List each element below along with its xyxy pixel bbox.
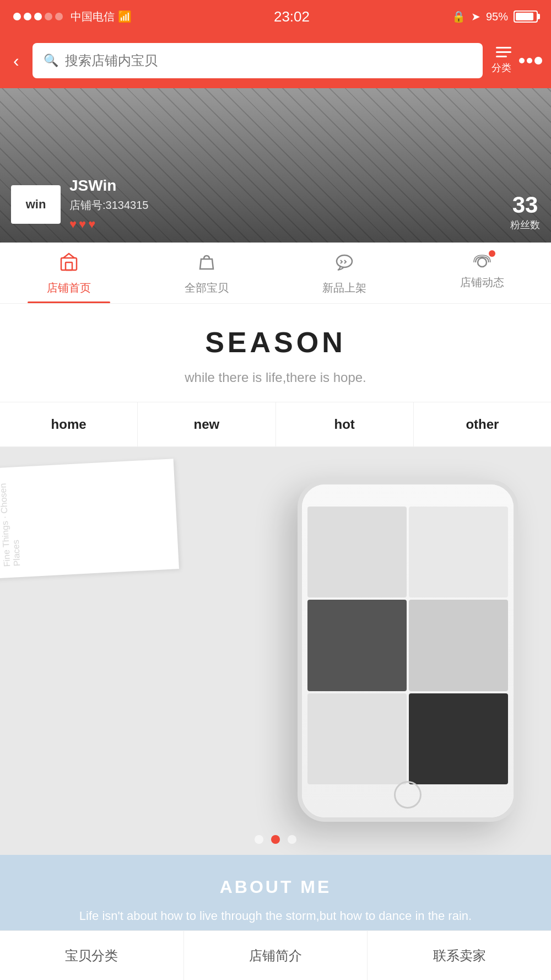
shop-hearts: ♥ ♥ ♥ bbox=[69, 217, 148, 231]
status-left: 中国电信 📶 bbox=[13, 9, 132, 24]
search-input[interactable] bbox=[65, 53, 472, 68]
phone-home-button bbox=[394, 781, 422, 809]
search-icon: 🔍 bbox=[44, 53, 58, 68]
tab-home[interactable]: home bbox=[0, 402, 138, 446]
svg-rect-0 bbox=[61, 258, 77, 270]
phone-body bbox=[298, 480, 518, 822]
wifi-icon: 📶 bbox=[118, 10, 132, 23]
svg-rect-1 bbox=[66, 262, 72, 270]
signal-dot-1 bbox=[13, 13, 21, 20]
phone-item-2 bbox=[409, 507, 508, 597]
bottom-nav-intro[interactable]: 店铺简介 bbox=[184, 931, 368, 980]
carousel-image: Fine Things · Chosen Places bbox=[0, 447, 551, 855]
signal-dot-5 bbox=[55, 13, 63, 20]
svg-point-2 bbox=[337, 255, 352, 267]
phone-item-1 bbox=[307, 507, 407, 597]
season-subtitle: while there is life,there is hope. bbox=[0, 370, 551, 385]
followers-label: 粉丝数 bbox=[510, 218, 540, 231]
about-text: Life isn't about how to live through the… bbox=[17, 906, 534, 925]
back-button[interactable]: ‹ bbox=[9, 46, 24, 76]
heart-3: ♥ bbox=[88, 217, 95, 231]
carousel-dot-1[interactable] bbox=[255, 835, 263, 844]
signal-dot-2 bbox=[24, 13, 31, 20]
bag-icon bbox=[197, 252, 217, 277]
search-box[interactable]: 🔍 bbox=[33, 43, 483, 78]
phone-item-6 bbox=[409, 693, 508, 784]
shop-info: win JSWin 店铺号:3134315 ♥ ♥ ♥ 33 粉丝数 bbox=[0, 177, 551, 231]
shop-logo-area: win JSWin 店铺号:3134315 ♥ ♥ ♥ bbox=[11, 177, 148, 231]
store-nav-dynamic[interactable]: 店铺动态 bbox=[413, 243, 551, 303]
svg-point-3 bbox=[478, 258, 487, 267]
carousel-dot-3[interactable] bbox=[288, 835, 296, 844]
status-time: 23:02 bbox=[274, 8, 310, 25]
category-button[interactable]: 分类 bbox=[491, 47, 511, 74]
carrier-label: 中国电信 bbox=[71, 9, 115, 24]
store-nav: 店铺首页 全部宝贝 新品上架 bbox=[0, 243, 551, 304]
bottom-nav-category[interactable]: 宝贝分类 bbox=[0, 931, 184, 980]
phone-screen bbox=[302, 484, 514, 817]
carousel-dot-2[interactable] bbox=[271, 835, 280, 844]
followers-count: 33 bbox=[510, 192, 540, 218]
category-label: 分类 bbox=[491, 61, 511, 74]
store-nav-all[interactable]: 全部宝贝 bbox=[138, 243, 276, 303]
carousel-section: Fine Things · Chosen Places bbox=[0, 447, 551, 855]
status-bar: 中国电信 📶 23:02 🔒 ➤ 95% bbox=[0, 0, 551, 33]
season-section: SEASON while there is life,there is hope… bbox=[0, 304, 551, 385]
store-nav-home-label: 店铺首页 bbox=[47, 281, 91, 295]
signal-dot-3 bbox=[34, 13, 42, 20]
shop-banner: win JSWin 店铺号:3134315 ♥ ♥ ♥ 33 粉丝数 bbox=[0, 88, 551, 243]
phone-mockup bbox=[298, 480, 518, 822]
shop-name: JSWin bbox=[69, 177, 148, 195]
carousel-dots bbox=[255, 835, 296, 844]
message-icon bbox=[334, 252, 354, 277]
store-nav-dynamic-label: 店铺动态 bbox=[460, 275, 504, 290]
main-content: SEASON while there is life,there is hope… bbox=[0, 304, 551, 980]
more-button[interactable] bbox=[519, 57, 542, 64]
battery-bar bbox=[514, 10, 538, 23]
paper-prop: Fine Things · Chosen Places bbox=[0, 459, 179, 579]
heart-1: ♥ bbox=[69, 217, 77, 231]
menu-lines-icon bbox=[496, 47, 511, 57]
bottom-nav: 宝贝分类 店铺简介 联系卖家 bbox=[0, 930, 551, 980]
store-icon bbox=[59, 252, 79, 277]
bottom-nav-contact[interactable]: 联系卖家 bbox=[368, 931, 551, 980]
store-nav-new-label: 新品上架 bbox=[322, 281, 366, 295]
header: ‹ 🔍 分类 bbox=[0, 33, 551, 88]
location-icon: ➤ bbox=[471, 10, 480, 23]
lock-icon: 🔒 bbox=[452, 10, 466, 23]
season-title: SEASON bbox=[0, 326, 551, 359]
battery-fill bbox=[516, 13, 533, 20]
status-right: 🔒 ➤ 95% bbox=[452, 10, 538, 23]
followers-area: 33 粉丝数 bbox=[510, 192, 540, 231]
about-title: ABOUT ME bbox=[17, 877, 534, 897]
tab-other[interactable]: other bbox=[414, 402, 551, 446]
phone-item-3 bbox=[307, 600, 407, 691]
dynamic-badge bbox=[489, 250, 495, 257]
phone-item-5 bbox=[307, 693, 407, 784]
store-nav-new[interactable]: 新品上架 bbox=[276, 243, 413, 303]
store-nav-all-label: 全部宝贝 bbox=[185, 281, 229, 295]
heart-2: ♥ bbox=[79, 217, 86, 231]
store-nav-home[interactable]: 店铺首页 bbox=[0, 243, 138, 303]
shop-logo: win bbox=[11, 185, 61, 224]
signal-dot-4 bbox=[45, 13, 52, 20]
battery-percent: 95% bbox=[486, 10, 508, 23]
signal-dots bbox=[13, 13, 63, 20]
shop-id: 店铺号:3134315 bbox=[69, 198, 148, 213]
shop-details: JSWin 店铺号:3134315 ♥ ♥ ♥ bbox=[69, 177, 148, 231]
tab-hot[interactable]: hot bbox=[276, 402, 414, 446]
header-actions: 分类 bbox=[491, 47, 542, 74]
phone-item-4 bbox=[409, 600, 508, 691]
dynamic-icon-wrapper bbox=[472, 252, 492, 275]
tab-new[interactable]: new bbox=[138, 402, 276, 446]
nav-tabs: home new hot other bbox=[0, 402, 551, 447]
